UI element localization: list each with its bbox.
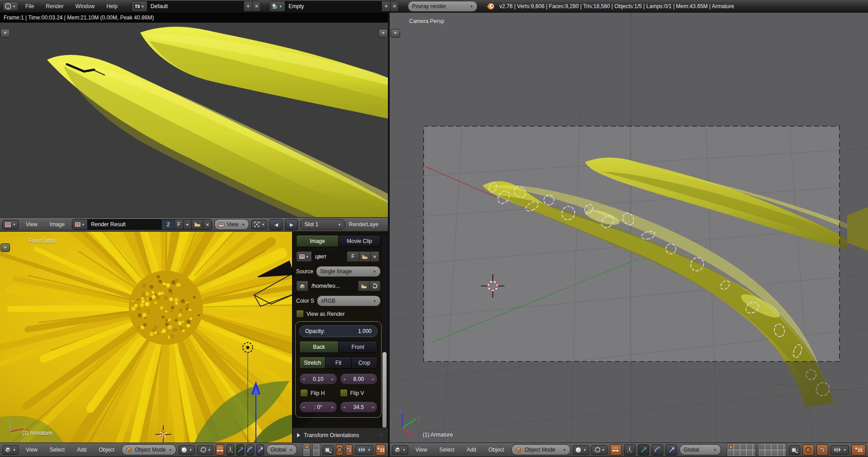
translate-manipulator-button[interactable]	[236, 444, 244, 456]
panel-scrollbar[interactable]	[382, 233, 387, 426]
layer-cell[interactable]	[319, 450, 320, 456]
rotate-manipulator-button[interactable]	[246, 444, 254, 456]
menu-add[interactable]: Add	[462, 447, 481, 453]
transform-orientation-dropdown[interactable]: Global	[679, 444, 721, 455]
layer-cell[interactable]	[740, 450, 746, 456]
reload-image-button[interactable]	[369, 281, 380, 291]
method-stretch-button[interactable]: Stretch	[300, 357, 325, 368]
menu-window[interactable]: Window	[71, 3, 100, 10]
browse-image-button[interactable]	[72, 219, 87, 229]
transform-orientation-dropdown[interactable]: Global	[266, 444, 297, 455]
viewport-camera-persp[interactable]: z y x Camera Persp (1) Armature +	[390, 13, 868, 443]
layer-cell[interactable]	[727, 443, 734, 450]
menu-help[interactable]: Help	[101, 3, 123, 10]
layer-cell[interactable]	[765, 450, 771, 456]
flip-v-checkbox[interactable]	[340, 389, 348, 397]
layer-cell[interactable]	[771, 450, 778, 456]
menu-view[interactable]: View	[21, 447, 42, 453]
layer-cell[interactable]	[313, 450, 319, 456]
proportional-edit-button[interactable]	[802, 444, 814, 456]
size-field[interactable]: 34.5	[340, 401, 378, 413]
editor-type-button-3dview[interactable]	[2, 445, 19, 455]
scale-manipulator-button[interactable]	[256, 444, 264, 456]
opengl-render-button[interactable]	[851, 444, 866, 456]
layers-grid-1[interactable]	[727, 443, 756, 457]
pivot-button[interactable]	[251, 220, 267, 229]
tab-movie-clip[interactable]: Movie Clip	[338, 235, 380, 247]
menu-render[interactable]: Render	[41, 3, 68, 10]
open-image-button[interactable]	[191, 219, 203, 229]
flip-h-checkbox[interactable]	[300, 389, 308, 397]
add-layout-button[interactable]: +	[244, 1, 252, 11]
browse-layouts-button[interactable]	[132, 1, 147, 11]
image-name-field[interactable]: цвет	[311, 252, 347, 262]
menu-image[interactable]: Image	[45, 221, 70, 228]
mode-dropdown[interactable]: Object Mode	[511, 444, 571, 455]
unlink-image-button[interactable]: ×	[203, 219, 212, 229]
pivot-point-button[interactable]	[591, 445, 608, 455]
next-slot-button[interactable]: ▶	[285, 219, 298, 230]
layer-cell[interactable]	[778, 443, 784, 450]
add-scene-button[interactable]: +	[382, 1, 390, 11]
depth-back-button[interactable]: Back	[300, 341, 338, 352]
method-crop-button[interactable]: Crop	[351, 357, 377, 368]
scene-name-field[interactable]: Empty	[285, 1, 382, 11]
layout-name-field[interactable]: Default	[147, 1, 244, 11]
editor-type-button-image[interactable]	[2, 220, 19, 229]
lock-to-scene-button[interactable]	[789, 445, 800, 455]
offset-y-field[interactable]: 8.00	[340, 373, 378, 385]
opengl-render-button[interactable]	[376, 444, 386, 456]
scrollbar-thumb[interactable]	[382, 352, 387, 428]
layer-cell[interactable]	[753, 443, 756, 450]
open-image-button[interactable]	[359, 252, 370, 262]
snap-toggle-button[interactable]	[345, 444, 353, 456]
region-expand-tab[interactable]: +	[391, 29, 400, 38]
snap-element-dropdown[interactable]	[355, 445, 373, 455]
viewport-front-ortho[interactable]: x Front Ortho (1) Armature + Image Movie…	[0, 232, 388, 443]
menu-view[interactable]: View	[410, 447, 432, 453]
image-name-field[interactable]: Render Result	[87, 219, 161, 229]
new-image-button[interactable]: +	[183, 219, 192, 229]
browse-scenes-button[interactable]	[269, 1, 285, 11]
image-editor-viewport[interactable]: Frame:1 | Time:00:03.24 | Mem:21.10M (0.…	[0, 13, 388, 217]
layer-cell[interactable]	[746, 450, 753, 456]
viewport-shading-button[interactable]	[573, 445, 589, 455]
region-expand-tab[interactable]: +	[0, 29, 10, 38]
mode-dropdown[interactable]: Object Mode	[122, 444, 176, 455]
manipulator-toggle-button[interactable]	[610, 444, 622, 456]
snap-toggle-button[interactable]	[816, 444, 828, 456]
delete-layout-button[interactable]: ×	[252, 1, 261, 11]
browse-image-button[interactable]	[297, 252, 311, 262]
menu-object[interactable]: Object	[94, 447, 120, 453]
source-dropdown[interactable]: Single Image	[316, 266, 381, 277]
layer-cell[interactable]	[313, 443, 319, 450]
fake-user-button[interactable]: F	[175, 219, 183, 229]
layer-cell[interactable]	[303, 450, 310, 456]
rotation-field[interactable]: : 0°	[299, 401, 337, 413]
layer-cell[interactable]	[734, 450, 740, 456]
layer-cell[interactable]	[759, 450, 765, 456]
layers-grid-1[interactable]	[303, 443, 311, 457]
editor-type-button-info[interactable]: i	[3, 1, 19, 11]
manipulator-axes-button[interactable]	[624, 444, 636, 456]
translate-manipulator-button[interactable]	[638, 444, 650, 456]
layers-grid-2[interactable]	[758, 443, 787, 457]
menu-select[interactable]: Select	[434, 447, 459, 453]
menu-select[interactable]: Select	[45, 447, 70, 453]
fake-user-button[interactable]: F	[347, 252, 359, 262]
unlink-image-button[interactable]: ×	[370, 252, 379, 262]
depth-front-button[interactable]: Front	[338, 341, 377, 352]
tab-image[interactable]: Image	[297, 235, 338, 247]
layer-cell[interactable]	[753, 450, 756, 456]
pivot-point-button[interactable]	[197, 445, 213, 455]
layer-cell[interactable]	[740, 443, 746, 450]
layer-cell[interactable]	[727, 450, 734, 456]
layer-cell[interactable]	[784, 450, 787, 456]
offset-x-field[interactable]: 0.10	[299, 373, 337, 385]
display-channels-dropdown[interactable]: View	[214, 219, 250, 230]
layer-cell[interactable]	[759, 443, 765, 450]
delete-scene-button[interactable]: ×	[390, 1, 399, 11]
render-slot-dropdown[interactable]: Slot 1	[300, 219, 345, 230]
view-as-render-checkbox[interactable]	[296, 310, 304, 318]
layer-cell[interactable]	[303, 443, 310, 450]
